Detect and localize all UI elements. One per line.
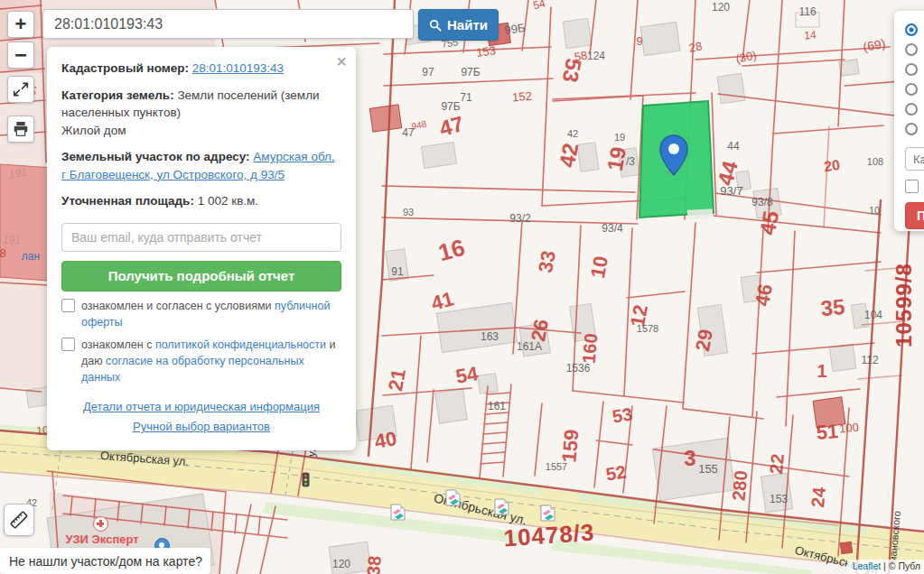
layer-radio-item[interactable]: С <box>905 79 924 99</box>
expand-arrows-icon <box>11 79 31 99</box>
layer-radio-item[interactable]: К <box>905 20 924 40</box>
radio-icon <box>905 43 918 56</box>
plus-icon: + <box>15 13 27 36</box>
parcel-info-panel: × Кадастровый номер: 28:01:010193:43 Кат… <box>47 47 356 450</box>
minus-icon: − <box>14 42 27 68</box>
document-poi-icon[interactable] <box>494 498 509 515</box>
medical-poi-icon[interactable] <box>93 516 108 532</box>
radio-icon <box>905 123 918 135</box>
layers-panel: КККССС Т П <box>894 11 924 231</box>
manual-select-link[interactable]: Ручной выбор вариантов <box>133 420 270 433</box>
layer-checkbox-row: Т <box>905 179 924 193</box>
cadastral-number-link[interactable]: 28:01:010193:43 <box>192 61 284 75</box>
privacy-policy-link[interactable]: политикой конфиденциальности <box>155 338 326 351</box>
land-category-label: Категория земель: <box>61 88 174 102</box>
address-row: Земельный участок по адресу: Амурская об… <box>61 148 341 183</box>
zoom-out-button[interactable]: − <box>7 42 34 69</box>
address-label: Земельный участок по адресу: <box>61 150 250 163</box>
printer-icon <box>12 120 30 138</box>
radio-icon <box>905 103 918 116</box>
cadastral-number-label: Кадастровый номер: <box>61 61 189 75</box>
search-button[interactable]: Найти <box>418 9 499 41</box>
offer-text: ознакомлен и согласен с условиями публич… <box>81 298 341 330</box>
print-button[interactable] <box>7 116 34 143</box>
ruler-icon <box>7 508 31 532</box>
search-button-label: Найти <box>447 17 488 32</box>
map-attribution: Leaflet | © Публ <box>847 560 924 574</box>
search-box <box>42 9 414 39</box>
offer-checkbox[interactable] <box>61 299 75 312</box>
radio-icon <box>905 83 918 96</box>
zoom-in-button[interactable]: + <box>7 11 34 38</box>
layer-submit-button[interactable]: П <box>905 202 924 229</box>
cadastral-number-row: Кадастровый номер: 28:01:010193:43 <box>61 60 341 78</box>
document-poi-icon[interactable] <box>445 489 461 506</box>
email-input[interactable] <box>61 223 341 252</box>
report-details-link[interactable]: Детали отчета и юридическая информация <box>83 400 320 413</box>
personal-data-link[interactable]: согласие на обработку персональных данны… <box>81 355 304 384</box>
search-icon <box>429 19 442 32</box>
layer-radio-item[interactable]: С <box>905 99 924 119</box>
radio-icon <box>905 23 918 36</box>
layer-checkbox[interactable] <box>905 180 919 193</box>
layer-radio-item[interactable]: К <box>905 40 924 60</box>
attribution-text: | © Публ <box>881 560 920 571</box>
layer-cadastral-input[interactable] <box>905 147 924 171</box>
leaflet-link[interactable]: Leaflet <box>853 560 882 571</box>
fullscreen-button[interactable] <box>7 76 34 103</box>
consent-offer-row: ознакомлен и согласен с условиями публич… <box>61 298 341 330</box>
area-row: Уточненная площадь: 1 002 кв.м. <box>61 192 341 210</box>
search-input[interactable] <box>43 10 413 38</box>
layer-radio-list: КККССС <box>905 20 924 139</box>
not-found-text: Не нашли участок/дом на карте? <box>9 554 202 569</box>
layer-radio-item[interactable]: С <box>905 119 924 139</box>
privacy-checkbox[interactable] <box>61 338 75 351</box>
document-poi-icon[interactable] <box>540 505 555 522</box>
area-value: 1 002 кв.м. <box>198 194 258 208</box>
get-report-button[interactable]: Получить подробный отчет <box>61 261 341 292</box>
privacy-text: ознакомлен с политикой конфиденциальност… <box>81 337 341 385</box>
radio-icon <box>905 63 918 76</box>
usage-value: Жилой дом <box>61 122 341 140</box>
document-poi-icon[interactable] <box>390 504 406 521</box>
area-label: Уточненная площадь: <box>61 194 194 208</box>
layer-radio-item[interactable]: К <box>905 60 924 79</box>
measure-tool-button[interactable] <box>4 504 34 536</box>
not-found-bar[interactable]: Не нашли участок/дом на карте? <box>0 548 210 574</box>
consent-privacy-row: ознакомлен с политикой конфиденциальност… <box>61 337 341 385</box>
land-category-row: Категория земель: Земли поселений (земли… <box>61 87 341 140</box>
close-icon[interactable]: × <box>336 52 347 70</box>
